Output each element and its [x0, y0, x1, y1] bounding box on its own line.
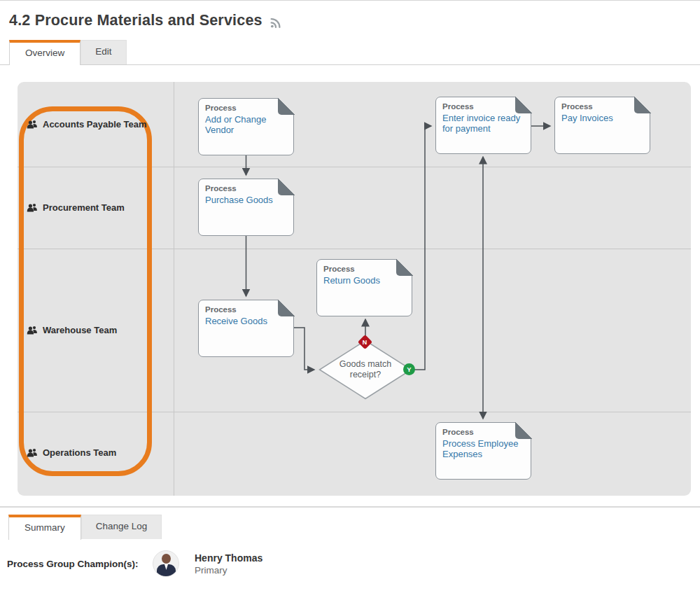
node-type-label: Process — [561, 102, 643, 111]
page-fold-icon — [515, 422, 532, 439]
lane-label-operations[interactable]: Operations Team — [27, 447, 116, 458]
team-people-icon — [27, 202, 38, 212]
champion-role: Primary — [195, 565, 262, 575]
node-title-link[interactable]: Receive Goods — [205, 316, 287, 326]
node-title-link[interactable]: Process Employee Expenses — [442, 438, 524, 460]
champion-field-label: Process Group Champion(s): — [7, 559, 153, 569]
node-title-link[interactable]: Enter invoice ready for payment — [442, 113, 524, 134]
node-type-label: Process — [442, 428, 524, 436]
section-divider — [0, 506, 700, 508]
team-people-icon — [27, 447, 38, 457]
tab-edit[interactable]: Edit — [80, 40, 126, 64]
process-node-return-goods[interactable]: Process Return Goods — [316, 259, 412, 316]
page-fold-icon — [634, 97, 651, 113]
decision-yes-badge: Y — [403, 363, 415, 375]
lane-labels-highlight-annotation — [19, 106, 152, 476]
lane-label-procurement[interactable]: Procurement Team — [27, 202, 125, 213]
process-node-add-or-change-vendor[interactable]: Process Add or Change Vendor — [198, 98, 294, 155]
page-fold-icon — [278, 98, 295, 115]
process-node-purchase-goods[interactable]: Process Purchase Goods — [198, 179, 294, 236]
lane-label-accounts-payable[interactable]: Accounts Payable Team — [27, 119, 147, 130]
node-type-label: Process — [205, 184, 287, 193]
lane-divider — [18, 167, 691, 167]
node-type-label: Process — [205, 104, 287, 112]
lane-label-text: Operations Team — [43, 447, 116, 458]
page-fold-icon — [278, 300, 295, 316]
lane-label-text: Warehouse Team — [43, 325, 117, 335]
team-people-icon — [27, 325, 38, 335]
page-title: 4.2 Procure Materials and Services — [9, 12, 262, 29]
process-swimlane-diagram: Accounts Payable Team Procurement Team W… — [18, 82, 691, 496]
bottom-tab-bar: Summary Change Log — [0, 515, 700, 538]
lane-divider — [18, 249, 691, 249]
node-title-link[interactable]: Purchase Goods — [205, 195, 287, 205]
top-tab-bar: Overview Edit — [0, 40, 700, 65]
champion-avatar — [153, 550, 179, 577]
lane-label-warehouse[interactable]: Warehouse Team — [27, 325, 117, 335]
process-node-process-employee-expenses[interactable]: Process Process Employee Expenses — [435, 422, 531, 480]
process-group-champion-row: Process Group Champion(s): Henry Thomas … — [0, 550, 700, 577]
process-node-pay-invoices[interactable]: Process Pay Invoices — [554, 97, 650, 154]
node-type-label: Process — [442, 102, 524, 111]
lane-label-text: Procurement Team — [43, 202, 125, 213]
lane-divider — [18, 412, 691, 412]
page-fold-icon — [515, 97, 532, 113]
node-title-link[interactable]: Return Goods — [323, 275, 405, 286]
page-fold-icon — [396, 259, 413, 276]
process-node-enter-invoice[interactable]: Process Enter invoice ready for payment — [435, 97, 531, 154]
lane-label-text: Accounts Payable Team — [43, 119, 147, 130]
page-header: 4.2 Procure Materials and Services — [0, 1, 700, 29]
process-node-receive-goods[interactable]: Process Receive Goods — [198, 300, 294, 357]
node-title-link[interactable]: Add or Change Vendor — [205, 114, 287, 136]
lane-label-column-divider — [174, 82, 174, 496]
champion-name[interactable]: Henry Thomas — [195, 552, 262, 564]
tab-overview[interactable]: Overview — [9, 40, 80, 65]
node-title-link[interactable]: Pay Invoices — [561, 113, 643, 123]
page-fold-icon — [278, 179, 295, 195]
tab-summary[interactable]: Summary — [8, 515, 81, 540]
tab-change-log[interactable]: Change Log — [81, 515, 162, 539]
node-type-label: Process — [323, 265, 405, 273]
rss-feed-icon[interactable] — [270, 16, 282, 29]
node-type-label: Process — [205, 305, 287, 314]
team-people-icon — [27, 119, 38, 129]
